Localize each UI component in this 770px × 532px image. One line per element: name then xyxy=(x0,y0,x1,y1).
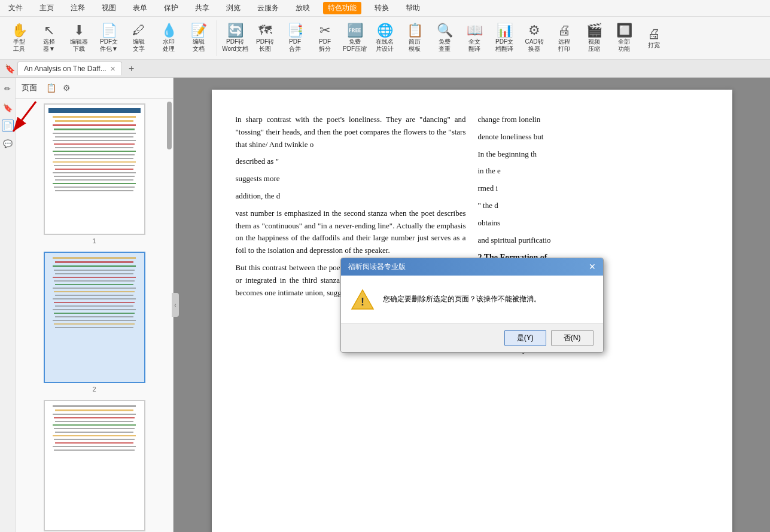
pdf-to-word-btn[interactable]: 🔄 PDF转Word文档 xyxy=(221,22,249,55)
grid-icon: 🔲 xyxy=(616,24,632,37)
menu-present[interactable]: 放映 xyxy=(292,1,314,16)
download-icon: ⬇ xyxy=(74,24,84,37)
page-thumb-3[interactable]: 3 xyxy=(20,400,168,532)
dialog-overlay: 福昕阅读器专业版 ✕ ! 您确定要删除所选定的页面？该操作不能被撤消。 是(Y)… xyxy=(174,78,770,532)
sidebar-pages-label: 页面 xyxy=(22,82,37,93)
package-icon: 📄 xyxy=(101,24,117,37)
pdf-split-btn[interactable]: ✂ PDF拆分 xyxy=(311,22,339,55)
new-tab-btn[interactable]: + xyxy=(124,62,139,76)
compress-icon: 🆓 xyxy=(347,24,363,37)
dialog-footer: 是(Y) 否(N) xyxy=(341,323,603,352)
tab-analysis[interactable]: An Analysis on The Daff... ✕ xyxy=(17,62,122,75)
warning-icon: ! xyxy=(351,288,375,311)
select-label: 选择器▼ xyxy=(43,38,55,53)
menu-file[interactable]: 文件 xyxy=(5,1,26,16)
video-compress-btn[interactable]: 🎬 视频压缩 xyxy=(580,22,608,55)
hand-tool-btn[interactable]: ✋ 手型工具 xyxy=(5,22,34,55)
pdf-package-label: PDF文件包▼ xyxy=(100,38,118,53)
check-icon: 🔍 xyxy=(437,24,453,37)
sidebar-bookmark-icon[interactable]: 🔖 xyxy=(1,100,15,115)
scroll-thumb[interactable] xyxy=(167,102,172,149)
bookmark-tab-icon: 🔖 xyxy=(5,64,15,74)
print-wide-btn[interactable]: 🖨 打宽 xyxy=(640,22,668,55)
merge-icon: 📑 xyxy=(287,24,303,37)
free-check-btn[interactable]: 🔍 免费查重 xyxy=(430,22,459,55)
edit-doc-btn[interactable]: 📝 编辑文档 xyxy=(184,22,213,55)
remote-print-btn[interactable]: 🖨 远程打印 xyxy=(550,22,579,55)
split-icon: ✂ xyxy=(319,24,330,37)
pdf-translate-btn[interactable]: 📊 PDF文档翻译 xyxy=(490,22,519,55)
sidebar-header: 页面 📋 ⚙ xyxy=(16,78,173,99)
dialog-no-btn[interactable]: 否(N) xyxy=(551,330,594,346)
content-area[interactable]: in sharp contrast with the poet's loneli… xyxy=(174,78,770,532)
svg-text:!: ! xyxy=(361,296,364,308)
menu-bar: 文件 主页 注释 视图 表单 保护 共享 浏览 云服务 放映 特色功能 转换 帮… xyxy=(0,0,770,17)
page-thumbnail-3[interactable] xyxy=(44,400,145,531)
hand-icon: ✋ xyxy=(11,24,28,37)
resume-icon: 📋 xyxy=(407,24,423,37)
image-icon: 🗺 xyxy=(258,24,272,37)
cad-btn[interactable]: ⚙ CAD转换器 xyxy=(520,22,549,55)
page-thumb-1[interactable]: 1 xyxy=(20,103,168,244)
tab-close-btn[interactable]: ✕ xyxy=(110,65,115,73)
page-thumbnail-1[interactable] xyxy=(44,103,145,235)
pdf-merge-btn[interactable]: 📑 PDF合并 xyxy=(281,22,309,55)
edit-doc-label: 编辑文档 xyxy=(193,38,205,53)
menu-convert[interactable]: 转换 xyxy=(371,1,392,16)
free-check-label: 免费查重 xyxy=(439,38,451,53)
print-wide-label: 打宽 xyxy=(648,42,660,49)
dialog-title: 福昕阅读器专业版 xyxy=(348,262,406,272)
page-thumbnail-2[interactable] xyxy=(44,252,145,383)
toolbar-group-2: 🔄 PDF转Word文档 🗺 PDF转长图 📑 PDF合并 ✂ PDF拆分 🆓 … xyxy=(221,20,672,56)
sidebar: ✏ 🔖 📄 💬 页面 📋 ⚙ xyxy=(0,78,174,532)
translate-btn[interactable]: 📖 全文翻译 xyxy=(460,22,489,55)
edit-text-btn[interactable]: 🖊 编辑文字 xyxy=(124,22,153,55)
dialog-close-btn[interactable]: ✕ xyxy=(589,262,596,271)
sidebar-add-page-icon[interactable]: 📋 xyxy=(44,81,57,94)
menu-cloud[interactable]: 云服务 xyxy=(254,1,282,16)
sidebar-comment-icon[interactable]: 💬 xyxy=(1,136,15,151)
menu-share[interactable]: 共享 xyxy=(191,1,213,16)
cad-label: CAD转换器 xyxy=(525,38,543,53)
resume-label: 简历模板 xyxy=(409,38,421,53)
edit-text-label: 编辑文字 xyxy=(133,38,145,53)
dialog-yes-btn[interactable]: 是(Y) xyxy=(504,330,546,346)
online-card-btn[interactable]: 🌐 在线名片设计 xyxy=(370,22,399,55)
menu-annotate[interactable]: 注释 xyxy=(67,1,89,16)
pdf-to-image-label: PDF转长图 xyxy=(256,38,274,53)
menu-view[interactable]: 视图 xyxy=(98,1,120,16)
menu-protect[interactable]: 保护 xyxy=(160,1,182,16)
video-icon: 🎬 xyxy=(586,24,602,37)
sidebar-settings-icon[interactable]: ⚙ xyxy=(60,81,73,94)
menu-browse[interactable]: 浏览 xyxy=(223,1,244,16)
page-thumb-2[interactable]: 2 xyxy=(20,252,168,393)
toolbar-group-1: ✋ 手型工具 ↖ 选择器▼ ⬇ 编辑器下载 📄 PDF文件包▼ 🖊 编辑文字 💧… xyxy=(5,20,217,56)
cad-icon: ⚙ xyxy=(528,24,540,37)
resume-btn[interactable]: 📋 简历模板 xyxy=(400,22,429,55)
menu-special[interactable]: 特色功能 xyxy=(323,2,361,14)
all-features-btn[interactable]: 🔲 全部功能 xyxy=(610,22,638,55)
watermark-label: 水印处理 xyxy=(163,38,175,53)
hand-tool-label: 手型工具 xyxy=(13,38,25,53)
pdf-translate-label: PDF文档翻译 xyxy=(495,38,513,53)
page-num-2: 2 xyxy=(92,386,96,393)
dialog-body: ! 您确定要删除所选定的页面？该操作不能被撤消。 xyxy=(341,276,603,323)
menu-help[interactable]: 帮助 xyxy=(402,1,424,16)
pdf-to-image-btn[interactable]: 🗺 PDF转长图 xyxy=(251,22,279,55)
editor-download-btn[interactable]: ⬇ 编辑器下载 xyxy=(65,22,93,55)
menu-form[interactable]: 表单 xyxy=(129,1,151,16)
sidebar-page-icon[interactable]: 📄 xyxy=(2,120,14,132)
tab-label: An Analysis on The Daff... xyxy=(24,65,106,73)
pdf-to-word-label: PDF转Word文档 xyxy=(222,38,248,53)
pdf-split-label: PDF拆分 xyxy=(319,38,331,53)
video-compress-label: 视频压缩 xyxy=(588,38,600,53)
select-icon: ↖ xyxy=(44,24,54,37)
sidebar-edit-icon[interactable]: ✏ xyxy=(1,81,15,96)
watermark-btn[interactable]: 💧 水印处理 xyxy=(154,22,183,55)
menu-home[interactable]: 主页 xyxy=(36,1,57,16)
pdf-package-btn[interactable]: 📄 PDF文件包▼ xyxy=(95,22,123,55)
select-btn[interactable]: ↖ 选择器▼ xyxy=(35,22,63,55)
free-compress-btn[interactable]: 🆓 免费PDF压缩 xyxy=(340,22,369,55)
editor-download-label: 编辑器下载 xyxy=(70,38,88,53)
toolbar: ✋ 手型工具 ↖ 选择器▼ ⬇ 编辑器下载 📄 PDF文件包▼ 🖊 编辑文字 💧… xyxy=(0,17,770,60)
